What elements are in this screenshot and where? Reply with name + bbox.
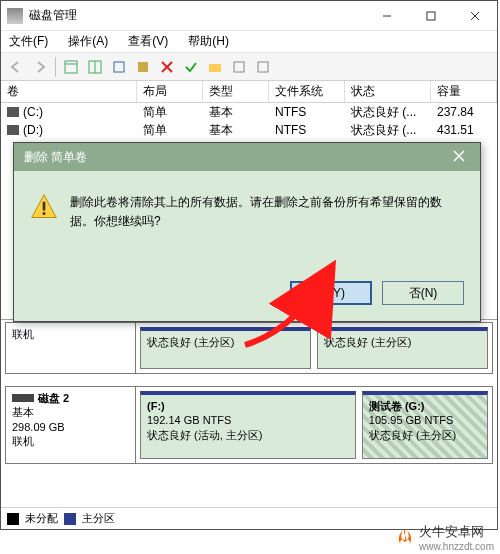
legend-primary-swatch (64, 513, 76, 525)
legend-unallocated-label: 未分配 (25, 511, 58, 526)
col-fs[interactable]: 文件系统 (269, 81, 345, 102)
volume-fs: NTFS (269, 105, 345, 119)
col-capacity[interactable]: 容量 (431, 81, 497, 102)
volume-list-header: 卷 布局 类型 文件系统 状态 容量 (1, 81, 497, 103)
volume-list: (C:) 简单 基本 NTFS 状态良好 (... 237.84 (D:) 简单… (1, 103, 497, 139)
partition-label: 测试卷 (G:) (369, 400, 425, 412)
partitions: 状态良好 (主分区) 状态良好 (主分区) (136, 323, 492, 373)
menu-view[interactable]: 查看(V) (124, 31, 172, 52)
folder-icon[interactable] (204, 56, 226, 78)
window-title: 磁盘管理 (29, 7, 365, 24)
svg-rect-12 (209, 64, 221, 72)
forward-icon (29, 56, 51, 78)
partition-g-selected[interactable]: 测试卷 (G:) 105.95 GB NTFS 状态良好 (主分区) (362, 391, 488, 459)
toolbar-separator (55, 57, 56, 77)
disk-row: 联机 状态良好 (主分区) 状态良好 (主分区) (5, 322, 493, 374)
svg-rect-1 (427, 12, 435, 20)
volume-cap: 237.84 (431, 105, 497, 119)
yes-button[interactable]: 是(Y) (290, 281, 372, 305)
volume-layout: 简单 (137, 122, 203, 139)
partition-status: 状态良好 (主分区) (369, 429, 456, 441)
check-icon[interactable] (180, 56, 202, 78)
legend-unallocated-swatch (7, 513, 19, 525)
volume-row[interactable]: (C:) 简单 基本 NTFS 状态良好 (... 237.84 (1, 103, 497, 121)
watermark: 火牛安卓网 www.hnzzdt.com (395, 523, 494, 552)
back-icon (5, 56, 27, 78)
dialog-body: 删除此卷将清除其上的所有数据。请在删除之前备份所有希望保留的数据。你想继续吗? (14, 171, 480, 281)
flame-icon (395, 528, 415, 548)
svg-rect-4 (65, 61, 77, 73)
legend-primary-label: 主分区 (82, 511, 115, 526)
svg-rect-14 (258, 62, 268, 72)
svg-rect-18 (43, 202, 46, 211)
minimize-button[interactable] (365, 1, 409, 31)
dialog-message: 删除此卷将清除其上的所有数据。请在删除之前备份所有希望保留的数据。你想继续吗? (70, 193, 464, 265)
disk-size: 298.09 GB (12, 420, 129, 434)
menu-action[interactable]: 操作(A) (64, 31, 112, 52)
watermark-name: 火牛安卓网 (419, 524, 484, 539)
volume-icon (7, 125, 19, 135)
volume-type: 基本 (203, 122, 269, 139)
view2-icon[interactable] (84, 56, 106, 78)
disk-map: 联机 状态良好 (主分区) 状态良好 (主分区) 磁盘 2 基本 298.09 … (1, 319, 497, 464)
dialog-title: 删除 简单卷 (24, 149, 448, 166)
delete-volume-dialog: 删除 简单卷 删除此卷将清除其上的所有数据。请在删除之前备份所有希望保留的数据。… (13, 142, 481, 322)
volume-status: 状态良好 (... (345, 104, 431, 121)
volume-name: (D:) (23, 123, 43, 137)
dialog-titlebar: 删除 简单卷 (14, 143, 480, 171)
partition[interactable]: 状态良好 (主分区) (317, 327, 488, 369)
partition-size: 105.95 GB NTFS (369, 414, 453, 426)
no-button[interactable]: 否(N) (382, 281, 464, 305)
disk-row: 磁盘 2 基本 298.09 GB 联机 (F:) 192.14 GB NTFS… (5, 386, 493, 464)
settings-icon[interactable] (132, 56, 154, 78)
disk-icon (12, 394, 34, 402)
disk-status: 联机 (12, 328, 34, 340)
partition-size: 192.14 GB NTFS (147, 414, 231, 426)
partition-label: (F:) (147, 400, 165, 412)
volume-status: 状态良好 (... (345, 122, 431, 139)
partition-status: 状态良好 (主分区) (324, 336, 411, 348)
watermark-url: www.hnzzdt.com (419, 541, 494, 552)
warning-icon (30, 193, 58, 221)
volume-layout: 简单 (137, 104, 203, 121)
svg-rect-8 (114, 62, 124, 72)
window-controls (365, 1, 497, 31)
col-layout[interactable]: 布局 (137, 81, 203, 102)
toolbar (1, 53, 497, 81)
refresh-icon[interactable] (108, 56, 130, 78)
col-type[interactable]: 类型 (203, 81, 269, 102)
svg-rect-9 (138, 62, 148, 72)
partition-f[interactable]: (F:) 192.14 GB NTFS 状态良好 (活动, 主分区) (140, 391, 356, 459)
partition-status: 状态良好 (活动, 主分区) (147, 429, 263, 441)
col-status[interactable]: 状态 (345, 81, 431, 102)
disk-info: 磁盘 2 基本 298.09 GB 联机 (6, 387, 136, 463)
partition-status: 状态良好 (主分区) (147, 336, 234, 348)
close-button[interactable] (453, 1, 497, 31)
disk-info: 联机 (6, 323, 136, 373)
partitions: (F:) 192.14 GB NTFS 状态良好 (活动, 主分区) 测试卷 (… (136, 387, 492, 463)
maximize-button[interactable] (409, 1, 453, 31)
dialog-buttons: 是(Y) 否(N) (14, 281, 480, 321)
volume-type: 基本 (203, 104, 269, 121)
volume-cap: 431.51 (431, 123, 497, 137)
action2-icon[interactable] (252, 56, 274, 78)
volume-row[interactable]: (D:) 简单 基本 NTFS 状态良好 (... 431.51 (1, 121, 497, 139)
svg-rect-19 (43, 212, 46, 215)
menubar: 文件(F) 操作(A) 查看(V) 帮助(H) (1, 31, 497, 53)
col-volume[interactable]: 卷 (1, 81, 137, 102)
delete-icon[interactable] (156, 56, 178, 78)
titlebar: 磁盘管理 (1, 1, 497, 31)
partition[interactable]: 状态良好 (主分区) (140, 327, 311, 369)
dialog-close-icon[interactable] (448, 150, 470, 165)
volume-icon (7, 107, 19, 117)
action1-icon[interactable] (228, 56, 250, 78)
menu-help[interactable]: 帮助(H) (184, 31, 233, 52)
view1-icon[interactable] (60, 56, 82, 78)
disk-status: 联机 (12, 434, 129, 448)
menu-file[interactable]: 文件(F) (5, 31, 52, 52)
svg-rect-13 (234, 62, 244, 72)
volume-name: (C:) (23, 105, 43, 119)
disk-type: 基本 (12, 405, 129, 419)
volume-fs: NTFS (269, 123, 345, 137)
app-icon (7, 8, 23, 24)
